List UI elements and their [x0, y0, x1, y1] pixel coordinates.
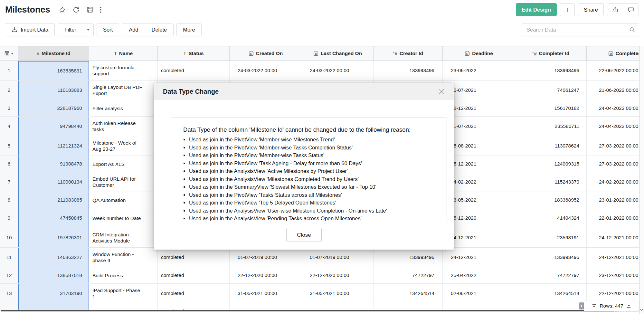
cell-name[interactable]: CRM Integration Activities Module [89, 228, 158, 247]
cell-status[interactable]: completed [158, 284, 230, 303]
cell-completer[interactable]: 235580711 [515, 117, 587, 136]
dialog-close-button[interactable] [438, 88, 445, 95]
cell-completed[interactable]: 24-04-2022 00:00 [587, 117, 639, 136]
cell-id[interactable]: 146863227 [18, 248, 89, 267]
sort-button[interactable]: Sort [97, 23, 119, 36]
cell-status[interactable]: completed [158, 61, 230, 80]
cell-completed[interactable]: 27-03-2022 00:00 [587, 156, 639, 172]
cell-id[interactable]: 47450845 [18, 208, 89, 228]
cell-id[interactable]: 91908478 [18, 156, 89, 172]
column-header-id[interactable]: #Milestone Id [18, 46, 89, 61]
add-row-button[interactable]: Add [122, 24, 145, 36]
filter-dropdown-button[interactable] [83, 24, 93, 36]
comments-button[interactable] [623, 4, 639, 16]
cell-name[interactable]: Fly custom formula support [89, 61, 158, 80]
cell-completer[interactable]: 41404324 [515, 208, 587, 228]
cell-completed[interactable]: 27-03-2022 00:00 [587, 136, 639, 156]
cell-completer[interactable]: 115243379 [515, 172, 587, 192]
row-number[interactable]: 11 [0, 248, 18, 267]
cell-changed[interactable]: 22-12-2020 00:00 [302, 267, 374, 283]
save-icon[interactable] [86, 6, 93, 13]
add-new-button[interactable]: + [560, 3, 575, 16]
cell-name[interactable]: Export As XLS [89, 156, 158, 172]
cell-name[interactable]: Build Process [89, 267, 158, 283]
cell-name[interactable]: Window Function - phase II [89, 248, 158, 267]
row-number[interactable]: 4 [0, 117, 18, 136]
row-number[interactable]: 3 [0, 100, 18, 116]
row-number[interactable]: 12 [0, 267, 18, 283]
cell-completed[interactable]: 24-02-2022 00:00 [587, 172, 639, 192]
cell-id[interactable]: 211083085 [18, 192, 89, 208]
cell-creator[interactable]: 74722797 [374, 267, 443, 283]
cell-created[interactable]: 22-12-2020 00:00 [230, 267, 302, 283]
cell-name[interactable]: Filter analysis [89, 100, 158, 116]
row-number[interactable]: 1 [0, 61, 18, 80]
cell-deadline[interactable]: 02-06-2021 [443, 284, 515, 303]
cell-creator[interactable]: 133993496 [374, 61, 443, 80]
cell-completed[interactable]: 22-01-2022 00:00 [587, 208, 639, 228]
cell-name[interactable]: Single Layout DB PDF Export [89, 81, 158, 100]
share-button[interactable]: Share [578, 3, 604, 16]
cell-name[interactable]: IPad Support - Phase 1 [89, 284, 158, 303]
horizontal-scrollbar[interactable] [1, 310, 614, 311]
column-header-deadline[interactable]: 17Deadline [443, 46, 515, 61]
cell-name[interactable]: Week number to Date [89, 208, 158, 228]
cell-completed[interactable]: 24-12-2021 00:00 [587, 248, 639, 267]
cell-completed[interactable]: 23-01-2022 00:00 [587, 192, 639, 208]
cell-completer[interactable]: 156170182 [515, 100, 587, 116]
cell-status[interactable]: completed [158, 248, 230, 267]
cell-changed[interactable]: 01-07-2019 00:00 [302, 248, 374, 267]
refresh-icon[interactable] [72, 6, 80, 14]
cell-created[interactable]: 24-03-2022 00:00 [230, 61, 302, 80]
cell-deadline[interactable]: 25-04-2022 [443, 267, 515, 283]
column-header-status[interactable]: TStatus [158, 46, 230, 61]
row-number[interactable]: 7 [0, 172, 18, 192]
cell-deadline[interactable]: 23-06-2022 [443, 61, 515, 80]
cell-completer[interactable]: 74722797 [515, 267, 587, 283]
more-options-kebab-icon[interactable] [100, 7, 101, 13]
cell-completed[interactable]: 22-06-2022 00:00 [587, 61, 639, 80]
select-all-corner[interactable] [0, 46, 18, 61]
cell-creator[interactable]: 134264514 [374, 284, 443, 303]
cell-name[interactable]: Embed URL API for Customer [89, 172, 158, 192]
cell-id[interactable]: 110183083 [18, 81, 89, 100]
rows-bar-collapse-handle[interactable] [579, 302, 584, 309]
cell-completer[interactable]: 134264514 [515, 284, 587, 303]
cell-completer[interactable]: 74061247 [515, 81, 587, 100]
cell-completed[interactable]: 24-04-2022 00:00 [587, 100, 639, 116]
cell-completer[interactable]: 133993496 [515, 61, 587, 80]
column-header-name[interactable]: TName [89, 46, 158, 61]
delete-row-button[interactable]: Delete [145, 24, 174, 36]
scroll-to-top-button[interactable] [592, 303, 597, 309]
cell-id[interactable]: 163535891 [18, 61, 89, 80]
cell-id[interactable]: 138587018 [18, 267, 89, 283]
cell-deadline[interactable]: 24-12-2021 [443, 248, 515, 267]
column-header-creator[interactable]: +#Creator Id [374, 46, 443, 61]
column-header-completed[interactable]: 17Completed On [587, 46, 639, 61]
cell-status[interactable]: completed [158, 267, 230, 283]
cell-created[interactable]: 01-07-2019 00:00 [230, 248, 302, 267]
row-number[interactable]: 6 [0, 156, 18, 172]
row-number[interactable]: 9 [0, 208, 18, 228]
favorite-star-icon[interactable] [59, 6, 66, 14]
cell-creator[interactable]: 133993496 [374, 248, 443, 267]
cell-id[interactable]: 110000134 [18, 172, 89, 192]
cell-completed[interactable]: 21-06-2022 00:00 [587, 81, 639, 100]
cell-completer[interactable]: 133993496 [515, 248, 587, 267]
cell-completer[interactable]: 183368952 [515, 192, 587, 208]
cell-id[interactable]: 228187960 [18, 100, 89, 116]
cell-completed[interactable]: 23-12-2021 00:00 [587, 267, 639, 283]
row-number[interactable]: 8 [0, 192, 18, 208]
row-number[interactable]: 13 [0, 284, 18, 303]
cell-name[interactable]: AuthToken Release tasks [89, 117, 158, 136]
edit-design-button[interactable]: Edit Design [516, 3, 557, 16]
column-header-changed[interactable]: 17Last Changed On [302, 46, 374, 61]
cell-id[interactable]: 197826301 [18, 228, 89, 247]
cell-changed[interactable]: 31-05-2021 00:00 [302, 284, 374, 303]
cell-completer[interactable]: 23593191 [515, 228, 587, 247]
column-header-completer[interactable]: +#Completer Id [515, 46, 587, 61]
cell-completer[interactable]: 124009315 [515, 156, 587, 172]
vertical-scrollbar[interactable] [639, 46, 644, 314]
export-button[interactable] [607, 4, 623, 16]
cell-name[interactable]: Milestone - Week of Aug 23-27 [89, 136, 158, 156]
